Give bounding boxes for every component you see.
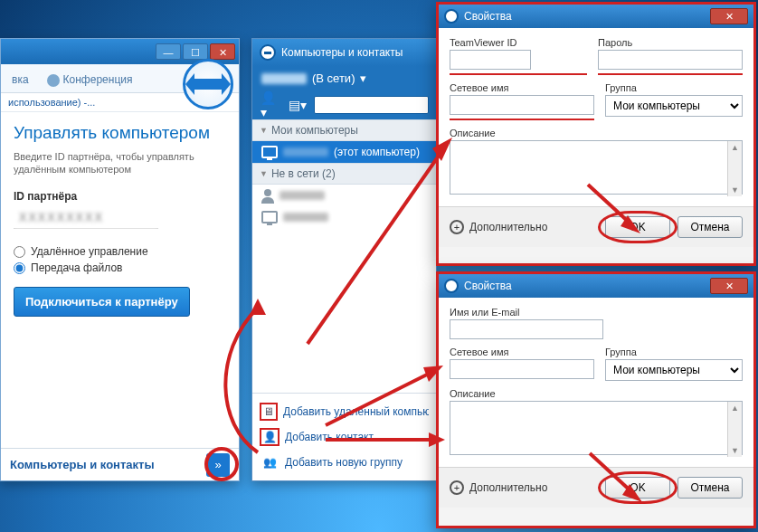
ok-button[interactable]: OK xyxy=(605,477,670,499)
add-group[interactable]: 👥 Добавить новую группу xyxy=(258,450,431,475)
connect-button[interactable]: Подключиться к партнёру xyxy=(14,287,190,317)
label-name-email: Имя или E-mail xyxy=(450,307,743,318)
netname-input[interactable] xyxy=(450,359,594,379)
user-name-blurred xyxy=(280,191,325,200)
group-my-label: Мои компьютеры xyxy=(271,124,358,137)
ok-button[interactable]: OK xyxy=(605,216,670,238)
footer-contacts-label[interactable]: Компьютеры и контакты xyxy=(10,458,155,471)
add-area: 🖥 Добавить удалённый компьютер 👤 Добавит… xyxy=(252,393,436,480)
label-group: Группа xyxy=(605,82,743,93)
contacts-title: Компьютеры и контакты xyxy=(281,46,403,59)
properties-dialog-contact: Свойства ✕ Имя или E-mail Сетевое имя Гр… xyxy=(436,271,756,528)
radio-file-transfer[interactable]: Передача файлов xyxy=(14,261,226,274)
group-select[interactable]: Мои компьютеры xyxy=(605,95,743,117)
add-contact[interactable]: 👤 Добавить контакт xyxy=(258,424,431,450)
more-label: Дополнительно xyxy=(469,221,547,233)
description-textarea[interactable] xyxy=(450,401,743,455)
tab-vka[interactable]: вка xyxy=(8,68,33,91)
contact-offline-pc[interactable] xyxy=(252,206,436,228)
add-computer-icon: 🖥 xyxy=(260,403,278,421)
netname-input[interactable] xyxy=(450,95,594,115)
add-remote-label: Добавить удалённый компьютер xyxy=(283,405,429,418)
label-teamviewer-id: TeamViewer ID xyxy=(450,37,587,48)
close-button[interactable]: ✕ xyxy=(710,8,748,24)
collapse-icon: ▼ xyxy=(260,169,268,178)
add-group-icon: 👥 xyxy=(260,453,280,471)
tab-conference[interactable]: Конференция xyxy=(43,68,137,92)
heading-manage: Управлять компьютером xyxy=(14,123,226,143)
contact-this-pc[interactable]: (этот компьютер) xyxy=(252,141,436,163)
computer-icon xyxy=(261,146,278,158)
more-label: Дополнительно xyxy=(469,481,547,494)
props2-titlebar: Свойства ✕ xyxy=(439,274,753,298)
label-description: Описание xyxy=(450,388,743,399)
scrollbar[interactable]: ▲▼ xyxy=(727,141,742,196)
group-offline-label: Не в сети (2) xyxy=(271,167,336,180)
more-button[interactable]: + Дополнительно xyxy=(450,480,547,495)
main-footer: Компьютеры и контакты » xyxy=(1,448,239,480)
underline xyxy=(450,119,594,120)
computer-icon xyxy=(261,211,278,223)
properties-dialog-computer: Свойства ✕ TeamViewer ID Пароль Сетевое … xyxy=(436,2,756,266)
status-bar[interactable]: (В сети) ▾ xyxy=(252,66,436,90)
radio-remote-label: Удалённое управление xyxy=(31,245,148,258)
name-email-input[interactable] xyxy=(450,319,603,339)
cancel-button[interactable]: Отмена xyxy=(677,216,743,238)
contact-offline-user[interactable] xyxy=(252,185,436,206)
partner-id-input[interactable] xyxy=(14,206,158,228)
user-icon xyxy=(261,189,274,202)
main-tabs: вка Конференция xyxy=(1,64,239,93)
password-input[interactable] xyxy=(598,50,743,70)
maximize-button[interactable]: ☐ xyxy=(183,43,208,60)
contacts-titlebar: Компьютеры и контакты xyxy=(252,39,436,66)
group-my-computers[interactable]: ▼ Мои компьютеры xyxy=(252,119,436,141)
username-blurred xyxy=(261,73,307,84)
group-select[interactable]: Мои компьютеры xyxy=(605,359,743,381)
add-contact-icon: 👤 xyxy=(260,428,280,446)
add-user-icon[interactable]: 👤▾ xyxy=(260,96,281,114)
underline xyxy=(450,73,587,75)
radio-file-label: Передача файлов xyxy=(31,261,123,274)
label-group: Группа xyxy=(605,347,743,357)
label-password: Пароль xyxy=(598,37,743,48)
teamviewer-icon xyxy=(444,279,459,293)
annotation-circle xyxy=(204,447,239,481)
this-pc-label: (этот компьютер) xyxy=(334,146,420,158)
search-input[interactable] xyxy=(314,96,429,114)
label-description: Описание xyxy=(450,128,743,138)
more-button[interactable]: + Дополнительно xyxy=(450,220,547,234)
add-group-label: Добавить новую группу xyxy=(285,456,403,469)
add-remote-computer[interactable]: 🖥 Добавить удалённый компьютер xyxy=(258,399,431,424)
contacts-toolbar: 👤▾ ▤▾ xyxy=(252,90,436,119)
label-netname: Сетевое имя xyxy=(450,82,594,93)
close-button[interactable]: ✕ xyxy=(710,278,748,294)
props1-title: Свойства xyxy=(464,10,512,23)
close-button[interactable]: ✕ xyxy=(210,43,235,60)
collapse-icon: ▼ xyxy=(260,126,268,135)
plus-icon: + xyxy=(450,480,464,495)
minimize-button[interactable]: — xyxy=(156,43,181,60)
props2-title: Свойства xyxy=(464,280,512,292)
partner-id-label: ID партнёра xyxy=(14,190,226,203)
scrollbar[interactable]: ▲▼ xyxy=(727,402,742,457)
description-textarea[interactable] xyxy=(450,140,743,195)
status-online: (В сети) xyxy=(312,71,355,85)
radio-remote-control[interactable]: Удалённое управление xyxy=(14,245,226,258)
underline xyxy=(598,73,743,75)
contacts-list: ▼ Мои компьютеры (этот компьютер) ▼ Не в… xyxy=(252,119,436,393)
teamviewer-logo xyxy=(183,59,233,109)
pc-name-blurred xyxy=(283,213,328,222)
group-offline[interactable]: ▼ Не в сети (2) xyxy=(252,163,436,185)
view-icon[interactable]: ▤▾ xyxy=(287,96,308,114)
add-contact-label: Добавить контакт xyxy=(285,431,374,443)
props1-titlebar: Свойства ✕ xyxy=(439,5,753,28)
main-panel: — ☐ ✕ вка Конференция использование) -..… xyxy=(0,38,240,481)
chevron-down-icon: ▾ xyxy=(360,71,366,85)
contacts-panel: Компьютеры и контакты (В сети) ▾ 👤▾ ▤▾ ▼… xyxy=(251,38,437,481)
label-netname: Сетевое имя xyxy=(450,347,594,357)
plus-icon: + xyxy=(450,220,464,234)
teamviewer-id-input[interactable] xyxy=(450,50,531,70)
hint-text: Введите ID партнёра, чтобы управлять уда… xyxy=(14,150,226,176)
pc-name-blurred xyxy=(283,147,328,157)
cancel-button[interactable]: Отмена xyxy=(677,477,743,499)
